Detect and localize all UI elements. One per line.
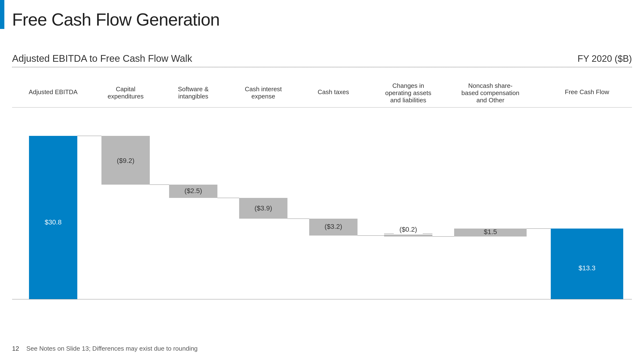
svg-text:Cash interest: Cash interest bbox=[245, 85, 282, 93]
footnote-area: 12 See Notes on Slide 13; Differences ma… bbox=[12, 345, 198, 352]
accent-bar bbox=[0, 0, 4, 29]
svg-text:($9.2): ($9.2) bbox=[117, 157, 134, 164]
footnote-text: See Notes on Slide 13; Differences may e… bbox=[26, 345, 198, 352]
svg-text:Software &: Software & bbox=[178, 85, 208, 93]
svg-text:($2.5): ($2.5) bbox=[184, 187, 202, 195]
svg-text:($3.2): ($3.2) bbox=[324, 223, 342, 230]
svg-text:Changes in: Changes in bbox=[392, 82, 424, 89]
svg-text:Noncash share-: Noncash share- bbox=[468, 82, 512, 89]
svg-text:Capital: Capital bbox=[116, 85, 136, 93]
svg-text:$30.8: $30.8 bbox=[45, 218, 62, 226]
svg-text:Cash taxes: Cash taxes bbox=[318, 88, 349, 96]
svg-text:and Other: and Other bbox=[476, 96, 504, 104]
svg-text:and liabilities: and liabilities bbox=[390, 96, 426, 104]
svg-text:Free Cash Flow: Free Cash Flow bbox=[565, 88, 609, 96]
svg-text:expense: expense bbox=[252, 93, 275, 100]
svg-text:intangibles: intangibles bbox=[178, 93, 208, 100]
waterfall-chart: Adjusted EBITDA Capital expenditures Sof… bbox=[12, 72, 632, 326]
svg-text:operating assets: operating assets bbox=[385, 89, 432, 96]
svg-text:Adjusted EBITDA: Adjusted EBITDA bbox=[29, 88, 78, 96]
page-title: Free Cash Flow Generation bbox=[12, 10, 220, 29]
changes-bar bbox=[384, 235, 432, 237]
svg-text:expenditures: expenditures bbox=[108, 93, 144, 100]
svg-text:$1.5: $1.5 bbox=[484, 228, 497, 236]
fcf-bar bbox=[551, 229, 623, 299]
svg-text:($0.2): ($0.2) bbox=[399, 226, 417, 233]
svg-text:($3.9): ($3.9) bbox=[254, 204, 272, 212]
svg-text:based compensation: based compensation bbox=[462, 89, 519, 96]
footnote-number: 12 bbox=[12, 345, 19, 352]
subtitle-label: Adjusted EBITDA to Free Cash Flow Walk bbox=[12, 53, 192, 64]
ebitda-bar bbox=[29, 136, 77, 299]
subtitle-section: Adjusted EBITDA to Free Cash Flow Walk F… bbox=[12, 53, 632, 67]
period-label: FY 2020 ($B) bbox=[578, 53, 632, 64]
svg-text:$13.3: $13.3 bbox=[578, 264, 596, 272]
